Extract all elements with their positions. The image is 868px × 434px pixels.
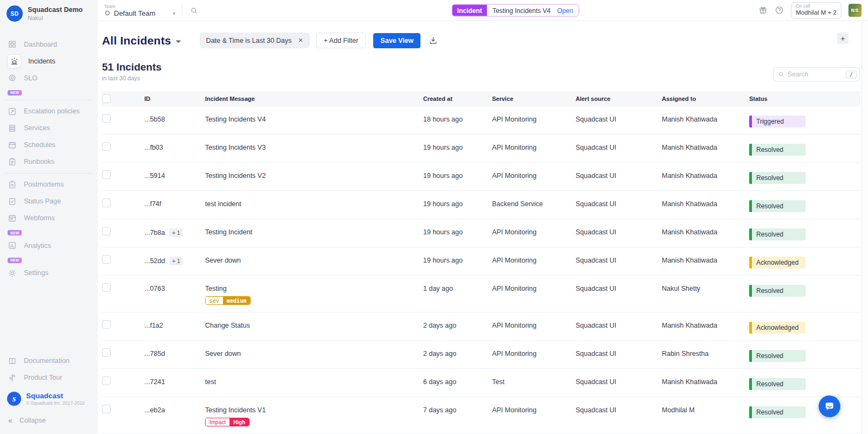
sidebar-item-status-page[interactable]: Status Page [0, 193, 98, 210]
divider [4, 100, 92, 100]
team-selector[interactable]: Team Default Team ▾ [104, 4, 175, 17]
sidebar-footer-nav: DocumentationProduct Tour [0, 353, 98, 386]
sidebar-item-runbooks[interactable]: Runbooks [0, 154, 98, 170]
settings-icon [7, 268, 17, 278]
incident-message-link[interactable]: Sever down [205, 350, 419, 358]
sidebar-item-documentation[interactable]: Documentation [0, 353, 98, 369]
content: All Incidents ⏷ Date & Time is Last 30 D… [98, 21, 868, 434]
user-avatar[interactable]: NS [848, 4, 861, 17]
scrollbar[interactable] [861, 22, 868, 434]
row-checkbox[interactable] [102, 348, 111, 357]
column-header-id[interactable]: ID [144, 95, 205, 102]
sidebar-item-analytics[interactable]: AnalyticsNEW [0, 237, 98, 265]
filter-chip[interactable]: Date & Time is Last 30 Days ✕ [200, 33, 310, 48]
row-checkbox[interactable] [102, 320, 111, 329]
sidebar-nav: DashboardIncidentsSLONEWEscalation polic… [0, 36, 98, 282]
status-badge[interactable]: Resolved [749, 200, 806, 212]
status-badge[interactable]: Triggered [749, 116, 806, 127]
status-badge[interactable]: Resolved [749, 378, 806, 390]
org-switcher[interactable]: SD Squadcast Demo Nakul [0, 4, 98, 27]
select-all-checkbox[interactable] [102, 94, 111, 103]
row-checkbox[interactable] [102, 405, 111, 413]
incidents-table: IDIncident MessageCreated atServiceAlert… [102, 91, 860, 434]
column-header-incident-message[interactable]: Incident Message [205, 95, 423, 102]
column-header-created-at[interactable]: Created at [423, 95, 492, 102]
alert-source-cell: Squadcast UI [576, 247, 662, 264]
incident-message-link[interactable]: test incident [205, 200, 419, 208]
divider [4, 173, 92, 174]
row-checkbox[interactable] [102, 170, 111, 179]
save-view-button[interactable]: Save View [373, 33, 420, 48]
global-search-icon[interactable] [190, 7, 198, 15]
row-checkbox[interactable] [102, 114, 111, 123]
sidebar-item-dashboard[interactable]: Dashboard [0, 36, 98, 53]
incident-open-link[interactable]: Open [556, 7, 578, 14]
add-filter-button[interactable]: + Add Filter [316, 33, 366, 48]
add-incident-button[interactable]: + [837, 33, 848, 44]
export-download-icon[interactable] [429, 36, 438, 45]
incident-message-link[interactable]: Testing Incident [205, 228, 419, 236]
row-checkbox[interactable] [102, 255, 111, 264]
sidebar-item-postmortems[interactable]: Postmortems [0, 176, 98, 193]
extra-count-chip[interactable]: + 1 [169, 228, 183, 237]
row-checkbox[interactable] [102, 283, 111, 292]
view-chevron-down-icon[interactable]: ⏷ [175, 37, 181, 46]
incident-id: ...7b8a [144, 229, 165, 237]
incident-message-link[interactable]: Testing Incidents V2 [205, 172, 419, 180]
alert-source-cell: Squadcast UI [576, 191, 662, 208]
search-input[interactable] [788, 71, 843, 78]
row-checkbox[interactable] [102, 227, 111, 235]
sidebar-item-services[interactable]: Services [0, 120, 98, 137]
column-header-alert-source[interactable]: Alert source [576, 95, 662, 102]
alert-source-cell: Squadcast UI [576, 135, 662, 151]
gift-icon[interactable] [758, 5, 768, 15]
status-badge[interactable]: Resolved [749, 228, 806, 240]
help-icon[interactable] [775, 5, 784, 15]
column-header-assigned-to[interactable]: Assigned to [662, 95, 749, 102]
incident-message-link[interactable]: test [205, 378, 419, 386]
view-title[interactable]: All Incidents [102, 34, 171, 47]
sidebar-item-incidents[interactable]: Incidents [0, 53, 98, 69]
incident-message-link[interactable]: Testing Incidents V3 [205, 144, 419, 151]
table-search[interactable]: / [773, 67, 860, 81]
chat-bubble-icon [824, 400, 835, 412]
created-at-cell: 19 hours ago [423, 247, 492, 264]
column-header-service[interactable]: Service [492, 95, 576, 102]
row-checkbox[interactable] [102, 199, 111, 207]
sidebar: SD Squadcast Demo Nakul DashboardInciden… [0, 0, 98, 434]
sidebar-item-schedules[interactable]: Schedules [0, 137, 98, 154]
sidebar-item-webforms[interactable]: WebformsNEW [0, 210, 98, 238]
status-badge[interactable]: Resolved [749, 285, 806, 297]
status-badge[interactable]: Resolved [749, 406, 806, 418]
table-row: ...eb2aTesting Incidents V1ImpactHigh7 d… [102, 397, 860, 434]
dashboard-icon [7, 40, 17, 49]
column-header-status[interactable]: Status [749, 95, 860, 102]
row-checkbox[interactable] [102, 376, 111, 385]
sidebar-item-escalation-policies[interactable]: Escalation policies [0, 103, 98, 120]
search-shortcut-key: / [846, 71, 857, 79]
status-badge[interactable]: Acknowledged [749, 257, 806, 269]
status-badge[interactable]: Resolved [749, 350, 806, 362]
status-badge[interactable]: Acknowledged [749, 322, 806, 334]
row-checkbox[interactable] [102, 142, 111, 151]
extra-count-chip[interactable]: + 1 [169, 257, 183, 265]
chat-support-button[interactable] [819, 395, 840, 417]
incident-tag: sevmedium [205, 296, 251, 305]
sidebar-item-product-tour[interactable]: Product Tour [0, 369, 98, 386]
incident-message-link[interactable]: Change Status [205, 322, 419, 329]
incident-message-link[interactable]: Testing Incidents V4 [205, 116, 419, 123]
incident-id: ...7241 [144, 378, 165, 386]
remove-filter-icon[interactable]: ✕ [298, 37, 303, 44]
table-row: ...7241test6 days agoTestSquadcast UIMan… [102, 369, 860, 397]
sidebar-item-settings[interactable]: Settings [0, 265, 98, 282]
table-row: ...fb03Testing Incidents V319 hours agoA… [102, 135, 860, 163]
status-badge[interactable]: Resolved [749, 172, 806, 184]
sidebar-collapse-button[interactable]: « Collapse [0, 412, 98, 429]
oncall-widget[interactable]: On call Modhilal M + 2 [791, 2, 841, 18]
incident-message-link[interactable]: Testing [205, 285, 419, 292]
sidebar-item-slo[interactable]: SLONEW [0, 69, 98, 97]
active-incident-pill[interactable]: Incident Testing Incidents V4 Open [452, 4, 579, 17]
incident-message-link[interactable]: Sever down [205, 257, 419, 264]
incident-message-link[interactable]: Testing Incidents V1 [205, 406, 419, 414]
status-badge[interactable]: Resolved [749, 144, 806, 156]
